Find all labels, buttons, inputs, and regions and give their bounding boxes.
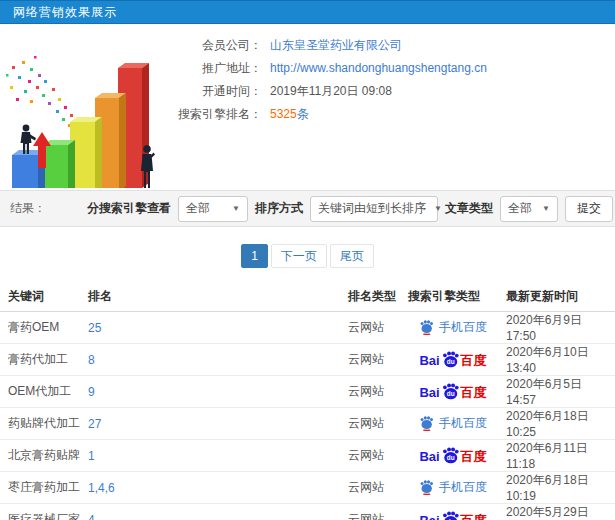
rank-type-cell: 云网站 bbox=[340, 312, 400, 344]
baidu-logo: Bai du 百度 bbox=[419, 351, 486, 368]
rank-type-cell: 云网站 bbox=[340, 344, 400, 376]
rank-cell: 1,4,6 bbox=[80, 472, 340, 504]
page-title-bar: 网络营销效果展示 bbox=[0, 0, 615, 24]
baidu-du-text: du bbox=[446, 390, 454, 397]
rank-type-cell: 云网站 bbox=[340, 408, 400, 440]
bar-green bbox=[43, 140, 75, 188]
rank-type-cell: 云网站 bbox=[340, 504, 400, 520]
rank-cell: 9 bbox=[80, 376, 340, 408]
open-time-label: 开通时间： bbox=[170, 84, 262, 98]
baidu-logo: Bai du 百度 bbox=[419, 511, 486, 520]
engine-cell: 手机百度 bbox=[400, 408, 498, 440]
baidu-du-text: du bbox=[446, 358, 454, 365]
rank-link[interactable]: 4 bbox=[88, 513, 95, 520]
mobile-baidu-logo: 手机百度 bbox=[419, 319, 487, 336]
member-company-label: 会员公司： bbox=[170, 38, 262, 52]
engine-rank-value[interactable]: 5325条 bbox=[270, 107, 309, 121]
rank-link[interactable]: 8 bbox=[88, 353, 95, 367]
updated-cell: 2020年6月18日 10:25 bbox=[498, 408, 615, 440]
sort-select[interactable]: 关键词由短到长排序 ▼ bbox=[310, 196, 438, 222]
rank-link[interactable]: 25 bbox=[88, 321, 101, 335]
article-type-label: 文章类型 bbox=[445, 200, 493, 217]
bar-chart-illustration bbox=[0, 28, 170, 188]
rank-cell: 27 bbox=[80, 408, 340, 440]
updated-cell: 2020年5月29日 10:32 bbox=[498, 504, 615, 520]
keyword-cell: 药贴牌代加工 bbox=[0, 408, 80, 440]
rank-link[interactable]: 27 bbox=[88, 417, 101, 431]
baidu-bai-text: Bai bbox=[419, 514, 439, 520]
businessman-left bbox=[21, 125, 37, 154]
baidu-paw-icon: du bbox=[441, 351, 460, 369]
next-page-button[interactable]: 下一页 bbox=[271, 244, 327, 268]
table-row: 枣庄膏药加工 1,4,6 云网站 手机百度 2020年6月18日 10:19 bbox=[0, 472, 615, 504]
page-button-current[interactable]: 1 bbox=[241, 244, 268, 268]
rank-type-cell: 云网站 bbox=[340, 440, 400, 472]
baidu-bai-text: Bai bbox=[419, 354, 439, 368]
engine-cell: 手机百度 bbox=[400, 472, 498, 504]
sort-label: 排序方式 bbox=[255, 200, 303, 217]
baidu-bai-text: Bai bbox=[419, 450, 439, 464]
rank-type-cell: 云网站 bbox=[340, 376, 400, 408]
keyword-cell: 医疗器械厂家 bbox=[0, 504, 80, 520]
page-title: 网络营销效果展示 bbox=[13, 5, 117, 19]
info-row-rank-count: 搜索引擎排名： 5325条 bbox=[170, 107, 487, 121]
company-info-section: 会员公司： 山东皇圣堂药业有限公司 推广地址： http://www.shand… bbox=[0, 24, 615, 190]
sort-selected: 关键词由短到长排序 bbox=[318, 200, 426, 217]
baidu-hanzi-text: 百度 bbox=[461, 354, 487, 368]
engine-cell: Bai du 百度 bbox=[400, 504, 498, 520]
table-row: 北京膏药贴牌 1 云网站 Bai du 百度 2020年6月11日 11:18 bbox=[0, 440, 615, 472]
chevron-down-icon: ▼ bbox=[426, 204, 442, 213]
mobile-baidu-paw-icon bbox=[419, 416, 434, 431]
engine-cell: Bai du 百度 bbox=[400, 440, 498, 472]
info-row-open-time: 开通时间： 2019年11月20日 09:08 bbox=[170, 84, 487, 98]
article-type-select[interactable]: 全部 ▼ bbox=[500, 196, 558, 222]
keyword-cell: OEM代加工 bbox=[0, 376, 80, 408]
promo-url-link[interactable]: http://www.shandonghuangshengtang.cn bbox=[270, 61, 487, 75]
table-row: 医疗器械厂家 4 云网站 Bai du 百度 2020年5月29日 10:32 bbox=[0, 504, 615, 520]
updated-cell: 2020年6月11日 11:18 bbox=[498, 440, 615, 472]
submit-button[interactable]: 提交 bbox=[565, 196, 613, 222]
filter-controls: 分搜索引擎查看 全部 ▼ 排序方式 关键词由短到长排序 ▼ 文章类型 全部 ▼ … bbox=[87, 196, 613, 222]
mobile-baidu-label: 手机百度 bbox=[439, 415, 487, 432]
company-info-list: 会员公司： 山东皇圣堂药业有限公司 推广地址： http://www.shand… bbox=[170, 28, 487, 190]
mobile-baidu-paw-icon bbox=[419, 480, 434, 495]
rank-cell: 4 bbox=[80, 504, 340, 520]
info-row-url: 推广地址： http://www.shandonghuangshengtang.… bbox=[170, 61, 487, 75]
mobile-baidu-label: 手机百度 bbox=[439, 319, 487, 336]
result-label: 结果： bbox=[10, 200, 46, 217]
rank-cell: 1 bbox=[80, 440, 340, 472]
baidu-paw-icon: du bbox=[441, 447, 460, 465]
engine-view-selected: 全部 bbox=[186, 200, 210, 217]
rank-link[interactable]: 1,4,6 bbox=[88, 481, 115, 495]
mobile-baidu-paw-icon bbox=[419, 320, 434, 335]
article-type-selected: 全部 bbox=[508, 200, 532, 217]
updated-cell: 2020年6月9日 17:50 bbox=[498, 312, 615, 344]
mobile-baidu-logo: 手机百度 bbox=[419, 415, 487, 432]
info-row-member: 会员公司： 山东皇圣堂药业有限公司 bbox=[170, 38, 487, 52]
keyword-cell: 北京膏药贴牌 bbox=[0, 440, 80, 472]
keyword-cell: 枣庄膏药加工 bbox=[0, 472, 80, 504]
baidu-paw-icon: du bbox=[441, 511, 460, 520]
col-engine-type: 搜索引擎类型 bbox=[400, 282, 498, 312]
member-company-link[interactable]: 山东皇圣堂药业有限公司 bbox=[270, 38, 402, 52]
mobile-baidu-label: 手机百度 bbox=[439, 479, 487, 496]
results-table: 关键词 排名 排名类型 搜索引擎类型 最新更新时间 膏药OEM 25 云网站 手… bbox=[0, 282, 615, 520]
rank-link[interactable]: 9 bbox=[88, 385, 95, 399]
table-header-row: 关键词 排名 排名类型 搜索引擎类型 最新更新时间 bbox=[0, 282, 615, 312]
promo-url-label: 推广地址： bbox=[170, 61, 262, 75]
confetti-dots bbox=[6, 56, 77, 127]
engine-cell: Bai du 百度 bbox=[400, 376, 498, 408]
chevron-down-icon: ▼ bbox=[534, 204, 550, 213]
rank-link[interactable]: 1 bbox=[88, 449, 95, 463]
last-page-button[interactable]: 尾页 bbox=[330, 244, 374, 268]
rank-cell: 25 bbox=[80, 312, 340, 344]
table-row: OEM代加工 9 云网站 Bai du 百度 2020年6月5日 14:57 bbox=[0, 376, 615, 408]
baidu-logo: Bai du 百度 bbox=[419, 383, 486, 400]
baidu-du-text: du bbox=[446, 454, 454, 461]
rank-type-cell: 云网站 bbox=[340, 472, 400, 504]
col-rank: 排名 bbox=[80, 282, 340, 312]
table-row: 膏药代加工 8 云网站 Bai du 百度 2020年6月10日 13:40 bbox=[0, 344, 615, 376]
engine-view-select[interactable]: 全部 ▼ bbox=[178, 196, 248, 222]
open-time-value: 2019年11月20日 09:08 bbox=[270, 84, 392, 98]
col-updated: 最新更新时间 bbox=[498, 282, 615, 312]
